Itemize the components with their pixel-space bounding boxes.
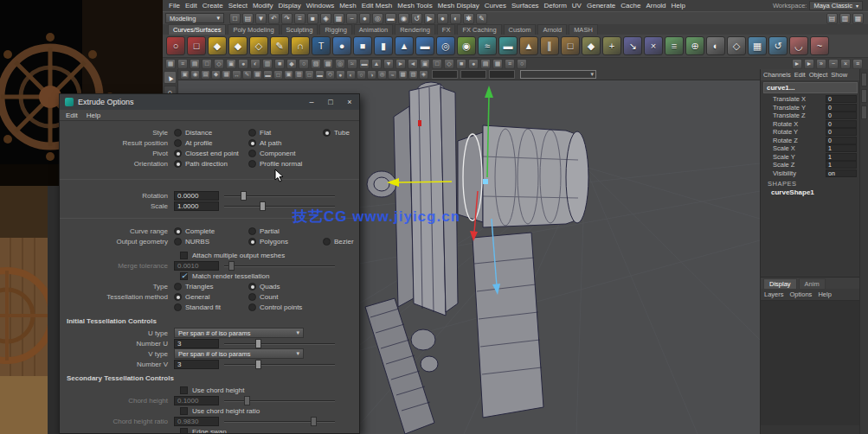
toolbar-icon[interactable]: ○ — [299, 59, 309, 69]
maximize-button[interactable]: □ — [321, 94, 340, 110]
shelf-tab[interactable]: FX — [437, 24, 456, 35]
checkbox-icon[interactable] — [180, 272, 188, 280]
use-chord-height-checkbox[interactable]: Use chord height — [180, 385, 359, 395]
surface-fillet-icon[interactable]: ◡ — [789, 36, 808, 55]
shelf-tab[interactable]: Animation — [354, 24, 393, 35]
attribute-value-field[interactable]: 0 — [826, 104, 857, 112]
menu-item[interactable]: Mesh — [337, 2, 359, 10]
toolbar-icon[interactable]: ◆ — [286, 59, 297, 69]
nurbs-torus-icon[interactable]: ◎ — [436, 36, 455, 55]
undo-icon[interactable]: ↶ — [268, 13, 280, 24]
dialog-titlebar[interactable]: Extrude Options –□× — [60, 94, 359, 110]
attribute-value-field[interactable]: 0 — [826, 137, 857, 144]
attribute-value-field[interactable]: 1 — [826, 153, 857, 161]
paint-effects-icon[interactable]: ✎ — [476, 13, 487, 24]
nurbs-square-icon[interactable]: □ — [187, 36, 206, 55]
revolve-icon[interactable]: ◉ — [457, 36, 476, 55]
menu-item[interactable]: Windows — [304, 2, 337, 10]
attribute-value-field[interactable]: 0 — [826, 112, 857, 119]
shelf-tab[interactable]: MASH — [569, 24, 598, 35]
number-u-slider[interactable] — [224, 339, 335, 348]
channel-box-tab-icon[interactable] — [861, 105, 867, 119]
tool-settings-tab-icon[interactable] — [861, 89, 867, 103]
toolbar-icon[interactable]: ◐ — [250, 59, 260, 69]
multisample-icon[interactable]: ▩ — [398, 70, 408, 80]
radio-icon[interactable] — [248, 139, 256, 147]
layer-list[interactable] — [761, 301, 860, 425]
image-plane-icon[interactable]: ▦ — [222, 70, 231, 80]
radio-icon[interactable] — [174, 283, 182, 290]
ipr-render-icon[interactable]: ◐ — [450, 13, 461, 24]
wireframe-icon[interactable]: ◇ — [325, 70, 335, 80]
film-gate-icon[interactable]: ▬ — [263, 70, 273, 80]
toolbar-icon[interactable]: ■ — [456, 59, 466, 69]
radio-icon[interactable] — [248, 238, 256, 246]
toolbar-icon[interactable]: ≈ — [347, 59, 357, 69]
toolbar-icon[interactable]: ▥ — [262, 59, 273, 69]
toolbar-icon[interactable]: ◇ — [444, 59, 454, 69]
snap-to-projected-center-icon[interactable]: ◎ — [372, 13, 383, 24]
redo-icon[interactable]: ↷ — [281, 13, 293, 24]
toolbar-icon[interactable]: ≡ — [505, 59, 515, 69]
boundary-icon[interactable]: □ — [561, 36, 580, 55]
rebuild-surface-icon[interactable]: ▦ — [748, 36, 767, 55]
channel-speed-fast-icon[interactable]: » — [816, 59, 826, 69]
radio-icon[interactable] — [174, 150, 182, 157]
freeform-fillet-icon[interactable]: ~ — [810, 36, 829, 55]
select-by-hierarchy-icon[interactable]: ≡ — [294, 13, 305, 24]
menu-item[interactable]: File — [166, 2, 183, 10]
radio-icon[interactable] — [174, 293, 182, 301]
minimize-button[interactable]: – — [302, 94, 321, 110]
rotation-slider[interactable] — [224, 191, 335, 201]
shelf-tab[interactable]: Poly Modeling — [228, 24, 279, 35]
numeric-field-1[interactable] — [432, 70, 458, 79]
select-camera-icon[interactable]: ▣ — [180, 70, 190, 80]
toolbar-icon[interactable]: ◄ — [408, 59, 418, 69]
render-current-frame-icon[interactable]: ● — [437, 13, 448, 24]
ep-curve-tool-icon[interactable]: ◆ — [228, 36, 248, 55]
menu-item[interactable]: Cache — [618, 2, 643, 10]
attribute-editor-tab-icon[interactable] — [861, 73, 867, 86]
scale-field[interactable]: 1.0000 — [174, 201, 219, 211]
gate-mask-icon[interactable]: ▣ — [284, 70, 293, 80]
render-settings-icon[interactable]: ✱ — [463, 13, 474, 24]
nurbs-sphere-icon[interactable]: ● — [332, 36, 351, 55]
use-all-lights-icon[interactable]: ○ — [357, 70, 366, 80]
snap-to-curve-icon[interactable]: ~ — [346, 13, 357, 24]
numeric-field-2[interactable] — [460, 70, 486, 79]
nurbs-cylinder-icon[interactable]: ▮ — [374, 36, 393, 55]
snap-to-view-plane-icon[interactable]: ▬ — [385, 13, 396, 24]
make-live-icon[interactable]: ◉ — [398, 13, 409, 24]
radio-icon[interactable] — [248, 129, 256, 137]
attribute-value-field[interactable]: 0 — [826, 128, 857, 136]
bevel-icon[interactable]: ◆ — [582, 36, 601, 55]
textured-icon[interactable]: ◐ — [346, 70, 356, 80]
toolbar-icon[interactable]: ◎ — [335, 59, 345, 69]
shape-node-name[interactable]: curveShape1 — [761, 188, 868, 196]
radio-icon[interactable] — [248, 150, 256, 157]
attribute-value-field[interactable]: 0 — [826, 120, 857, 128]
ship-wheel-hub-model[interactable] — [365, 82, 588, 434]
number-u-field[interactable]: 3 — [174, 339, 219, 348]
shelf-tab[interactable]: Rigging — [319, 24, 351, 35]
camera-attributes-icon[interactable]: ▤ — [201, 70, 210, 80]
channel-box-menu-item[interactable]: Channels — [763, 71, 791, 79]
shadows-icon[interactable]: ◑ — [367, 70, 376, 80]
toolbar-icon[interactable]: ○ — [517, 59, 527, 69]
radio-icon[interactable] — [248, 160, 256, 168]
checkbox-icon[interactable] — [180, 386, 188, 394]
intersect-surfaces-icon[interactable]: ◐ — [706, 36, 725, 55]
safe-action-icon[interactable]: □ — [305, 70, 314, 80]
attribute-value-field[interactable]: on — [826, 169, 857, 177]
workspace-dropdown[interactable]: Maya Classic▾ — [809, 1, 863, 10]
use-chord-height-ratio-checkbox[interactable]: Use chord height ratio — [180, 405, 359, 416]
construction-history-icon[interactable]: ↺ — [411, 13, 422, 24]
untrim-icon[interactable]: ◇ — [727, 36, 746, 55]
2d-pan-zoom-icon[interactable]: ↔ — [232, 70, 241, 80]
menu-item[interactable]: Create — [200, 2, 226, 10]
menu-item[interactable]: Help — [669, 2, 688, 10]
trim-tool-icon[interactable]: × — [644, 36, 663, 55]
menu-item[interactable]: Modify — [250, 2, 276, 10]
radio-icon[interactable] — [248, 293, 256, 301]
match-render-checkbox[interactable]: Match render tessellation — [180, 271, 359, 281]
